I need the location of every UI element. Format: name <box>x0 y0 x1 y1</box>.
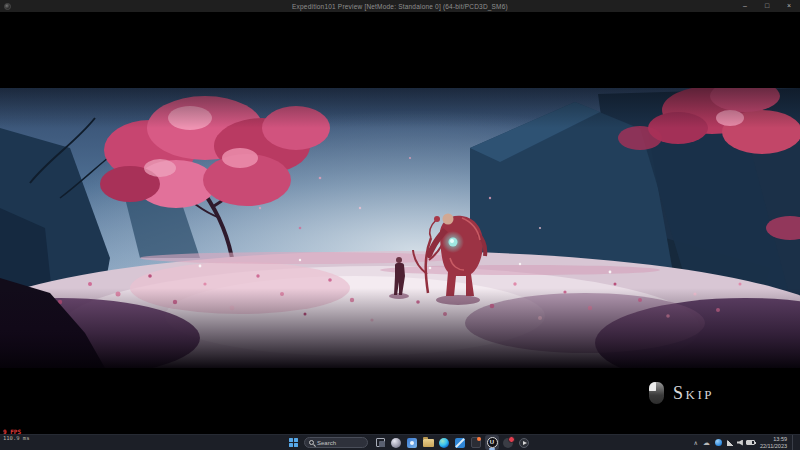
close-button[interactable]: × <box>778 0 800 12</box>
desktop: Expedition101 Preview [NetMode: Standalo… <box>0 0 800 450</box>
clock[interactable]: 13:59 22/11/2023 <box>760 436 787 449</box>
tray-overflow-chevron-icon[interactable]: ∧ <box>693 439 697 446</box>
battery-icon <box>746 440 755 445</box>
maximize-button[interactable]: □ <box>756 0 778 12</box>
file-explorer-icon <box>423 439 434 447</box>
volume-icon <box>737 440 743 446</box>
fps-overlay: 9 FPS 110.9 ms <box>3 428 30 442</box>
show-desktop-button[interactable] <box>792 435 795 450</box>
taskbar-app-edge[interactable] <box>437 435 451 450</box>
search-placeholder: Search <box>317 440 336 446</box>
taskbar-app-photos[interactable] <box>405 435 419 450</box>
glowing-orb <box>442 231 464 253</box>
discord-notification-icon <box>503 438 513 448</box>
start-button[interactable] <box>288 437 299 448</box>
mouse-left-click-icon <box>649 382 664 404</box>
minimize-button[interactable]: – <box>734 0 756 12</box>
taskbar-app-epic-games[interactable] <box>469 435 483 450</box>
search-input[interactable]: Search <box>304 437 368 448</box>
task-view-icon <box>376 438 385 447</box>
media-player-icon <box>519 438 529 448</box>
tray-app-icon[interactable] <box>715 439 722 446</box>
epic-games-icon <box>471 437 481 448</box>
skip-label: Skip <box>673 383 714 404</box>
skip-prompt[interactable]: Skip <box>649 382 714 404</box>
taskbar-app-discord[interactable] <box>501 435 515 450</box>
taskbar-app-copilot[interactable] <box>389 435 403 450</box>
window-title: Expedition101 Preview [NetMode: Standalo… <box>0 3 800 10</box>
taskbar-app-file-explorer[interactable] <box>421 435 435 450</box>
network-icon <box>727 440 734 446</box>
game-viewport <box>0 88 800 368</box>
taskbar-app-media-player[interactable] <box>517 435 531 450</box>
fps-value: 9 FPS <box>3 428 30 435</box>
taskbar-app-unreal-engine[interactable]: U <box>485 435 499 450</box>
edge-browser-icon <box>439 438 449 448</box>
window-titlebar: Expedition101 Preview [NetMode: Standalo… <box>0 0 800 12</box>
search-icon <box>309 440 314 445</box>
vscode-icon <box>455 438 465 448</box>
taskbar: Search U ∧ ☁ 13:59 <box>0 434 800 450</box>
game-screen: Skip <box>0 12 800 434</box>
quick-settings[interactable] <box>727 440 755 446</box>
copilot-icon <box>391 438 401 448</box>
tray-date: 22/11/2023 <box>760 443 787 450</box>
photos-icon <box>407 438 417 448</box>
frame-time-value: 110.9 ms <box>3 435 30 442</box>
onedrive-icon[interactable]: ☁ <box>703 439 710 447</box>
task-view-button[interactable] <box>373 435 387 450</box>
unreal-engine-icon: U <box>487 437 498 448</box>
taskbar-app-vscode[interactable] <box>453 435 467 450</box>
